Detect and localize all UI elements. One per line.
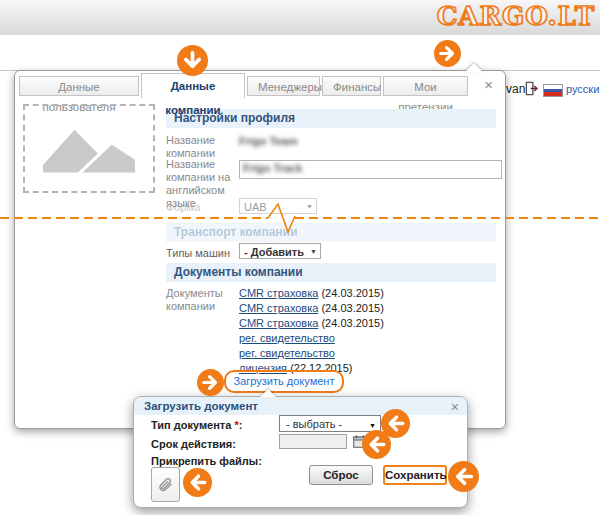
validity-label: Срок действия: [151, 438, 236, 450]
attach-files-label: Прикрепить файлы: [151, 455, 262, 467]
chevron-down-icon: ▼ [306, 199, 313, 215]
popup-close-icon[interactable]: × [451, 398, 459, 416]
tab-company-data[interactable]: Данные компании [141, 73, 245, 98]
popup-title: Загрузить документ [144, 400, 258, 412]
profile-dialog: Данные пользователя Данные компании Мене… [14, 70, 506, 429]
annotation-arrow-right-user [434, 40, 461, 67]
tab-my-claims[interactable]: Мои претензии [383, 76, 468, 96]
paperclip-icon [157, 476, 173, 493]
dialog-tab-bar: Данные пользователя Данные компании Мене… [15, 71, 505, 98]
annotation-arrow-left-save [448, 461, 479, 492]
document-link[interactable]: рег. свидетельство [239, 347, 335, 359]
annotation-arrow-right-upload-link [197, 369, 224, 396]
logout-icon[interactable] [524, 81, 539, 96]
popup-title-bar: Загрузить документ × [134, 397, 467, 415]
tab-finances[interactable]: Финансы [322, 76, 381, 96]
reset-button[interactable]: Сброс [309, 465, 373, 485]
section-company-transport: Транспорт компании [166, 223, 496, 242]
company-name-en-input[interactable]: Frigo Track [239, 160, 502, 179]
dialog-close-icon[interactable]: × [484, 79, 493, 91]
tab-user-data[interactable]: Данные пользователя [19, 76, 139, 96]
user-toolbar: Ivanov Ivan русский [0, 35, 600, 71]
chevron-down-icon: ▼ [310, 244, 317, 260]
language-link[interactable]: русский [566, 83, 600, 95]
document-link[interactable]: CMR страховка [239, 302, 318, 314]
cargo-lt-logo: CARGO.LT [437, 1, 595, 31]
popup-pointer-tail [260, 389, 276, 397]
document-row: CMR страховка (24.03.2015) [239, 287, 384, 299]
dialog-pointer-tail [465, 63, 483, 72]
tab-managers[interactable]: Менеджеры [247, 76, 320, 96]
document-row: рег. свидетельство [239, 347, 335, 359]
image-placeholder-icon [35, 116, 143, 179]
russian-flag-icon[interactable] [543, 84, 563, 97]
validity-date-input[interactable] [279, 434, 347, 449]
top-header-bar: CARGO.LT [0, 0, 600, 36]
document-row: CMR страховка (24.03.2015) [239, 317, 384, 329]
document-row: CMR страховка (24.03.2015) [239, 302, 384, 314]
upload-document-highlight: Загрузить документ [224, 370, 344, 393]
annotation-arrow-down-company-tab [177, 45, 208, 76]
doc-type-label: Тип документа *: [151, 419, 242, 431]
truck-types-select[interactable]: - Добавить ещё - ▼ [239, 243, 321, 259]
truck-types-label: Типы машин [166, 247, 240, 260]
form-label: Форма [166, 201, 240, 214]
company-documents-label: Документы компании [166, 287, 240, 313]
form-select[interactable]: UAB ▼ [239, 198, 317, 214]
upload-document-link[interactable]: Загрузить документ [234, 375, 335, 387]
annotation-arrow-left-attach [183, 468, 212, 497]
save-button[interactable]: Сохранить [383, 465, 447, 485]
annotation-arrow-left-validity [362, 430, 391, 459]
attach-file-button[interactable] [151, 467, 180, 502]
document-link[interactable]: CMR страховка [239, 287, 318, 299]
document-link[interactable]: CMR страховка [239, 317, 318, 329]
company-name-label: Название компании [166, 134, 240, 160]
company-name-value: Frigo Team [239, 135, 297, 147]
company-logo-placeholder[interactable] [23, 104, 155, 193]
document-row: рег. свидетельство [239, 332, 335, 344]
document-link[interactable]: рег. свидетельство [239, 332, 335, 344]
section-company-documents: Документы компании [166, 263, 496, 282]
